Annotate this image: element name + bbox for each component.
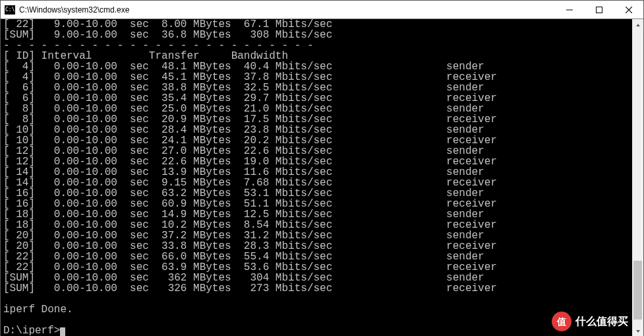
svg-rect-0: [566, 9, 573, 10]
scroll-thumb[interactable]: [633, 261, 642, 319]
scroll-up-button[interactable]: [632, 19, 643, 30]
close-button[interactable]: [614, 1, 643, 19]
client-area: [ 22] 9.00-10.00 sec 8.00 MBytes 67.1 Mb…: [1, 19, 643, 336]
scroll-track[interactable]: [632, 30, 643, 325]
minimize-button[interactable]: [554, 1, 584, 19]
cursor: [60, 327, 65, 336]
svg-rect-1: [596, 7, 602, 13]
maximize-button[interactable]: [584, 1, 614, 19]
terminal-output[interactable]: [ 22] 9.00-10.00 sec 8.00 MBytes 67.1 Mb…: [1, 19, 632, 336]
terminal-viewport[interactable]: [ 22] 9.00-10.00 sec 8.00 MBytes 67.1 Mb…: [1, 19, 632, 336]
cmd-icon: [5, 5, 15, 15]
vertical-scrollbar[interactable]: [632, 19, 643, 336]
titlebar[interactable]: C:\Windows\system32\cmd.exe: [1, 1, 643, 19]
window-title: C:\Windows\system32\cmd.exe: [19, 5, 129, 15]
cmd-window: C:\Windows\system32\cmd.exe [ 22] 9.00-1…: [0, 0, 644, 336]
scroll-down-button[interactable]: [632, 325, 643, 336]
